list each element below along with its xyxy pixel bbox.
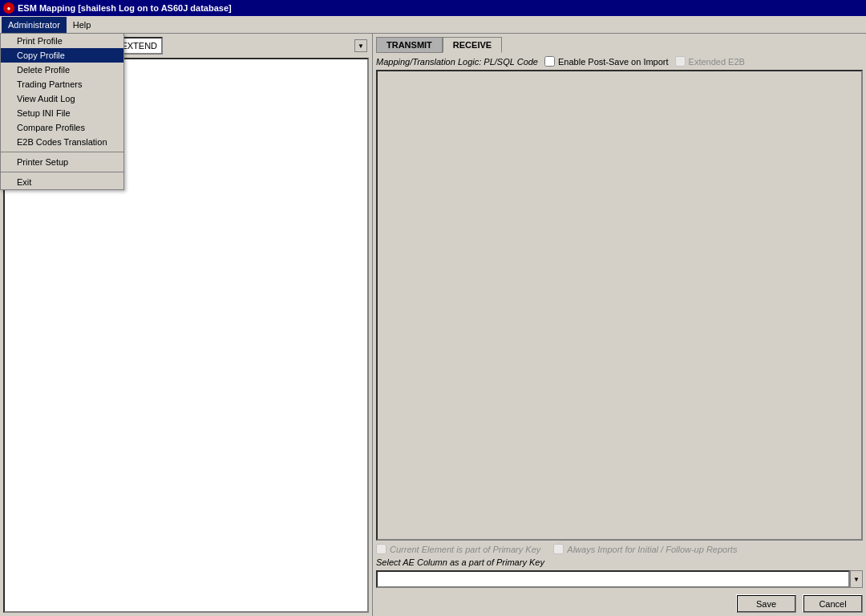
tab-transmit[interactable]: TRANSMIT <box>376 37 443 53</box>
menu-exit[interactable]: Exit <box>1 175 123 189</box>
current-element-pk-label: Current Element is part of Primary Key <box>390 545 540 554</box>
title-bar: ● ESM Mapping [shailesh Log on to AS60J … <box>0 0 866 16</box>
always-import-group: Always Import for Initial / Follow-up Re… <box>553 544 737 554</box>
bottom-checkboxes: Current Element is part of Primary Key A… <box>376 544 863 554</box>
main-area: SSAGE TEMPLATE - EMEA EXTEND ▼ AGEHEADER… <box>0 34 866 616</box>
profile-select-arrow: ▼ <box>354 39 367 52</box>
menu-print-profile[interactable]: Print Profile <box>1 34 123 48</box>
extended-e2b-checkbox[interactable] <box>675 56 686 67</box>
admin-dropdown: Print Profile Copy Profile Delete Profil… <box>0 34 124 190</box>
ae-column-label: Select AE Column as a part of Primary Ke… <box>376 557 544 567</box>
enable-post-save-label: Enable Post-Save on Import <box>558 57 669 67</box>
mapping-logic-row: Mapping/Translation Logic: PL/SQL Code E… <box>376 56 863 67</box>
extended-e2b-label: Extended E2B <box>689 57 745 67</box>
enable-post-save-checkbox[interactable] <box>544 56 555 67</box>
extended-e2b-group: Extended E2B <box>675 56 745 67</box>
current-element-pk-checkbox[interactable] <box>376 544 386 554</box>
mapping-logic-label: Mapping/Translation Logic: PL/SQL Code <box>376 57 538 67</box>
ae-column-dropdown-arrow[interactable]: ▼ <box>850 570 863 588</box>
always-import-label: Always Import for Initial / Follow-up Re… <box>567 545 737 554</box>
code-area <box>376 70 863 541</box>
menu-compare-profiles[interactable]: Compare Profiles <box>1 120 123 135</box>
app-icon: ● <box>3 2 14 14</box>
ae-column-row: Select AE Column as a part of Primary Ke… <box>376 557 863 567</box>
current-element-pk-group: Current Element is part of Primary Key <box>376 544 540 554</box>
separator-1 <box>1 152 123 152</box>
cancel-button[interactable]: Cancel <box>803 594 863 613</box>
menu-bar: Administrator Help Print Profile Copy Pr… <box>0 16 866 34</box>
separator-2 <box>1 172 123 172</box>
action-buttons: Save Cancel <box>376 594 863 613</box>
tab-receive[interactable]: RECEIVE <box>443 37 502 53</box>
ae-input-row: ▼ <box>376 570 863 588</box>
menu-copy-profile[interactable]: Copy Profile <box>1 48 123 63</box>
save-button[interactable]: Save <box>736 594 796 613</box>
right-panel: TRANSMIT RECEIVE Mapping/Translation Log… <box>373 34 866 616</box>
enable-post-save-group: Enable Post-Save on Import <box>544 56 669 67</box>
always-import-checkbox[interactable] <box>553 544 564 554</box>
window-title: ESM Mapping [shailesh Log on to AS60J da… <box>18 3 232 13</box>
code-scrollable[interactable] <box>378 71 861 539</box>
menu-e2b-codes[interactable]: E2B Codes Translation <box>1 135 123 149</box>
menu-view-audit-log[interactable]: View Audit Log <box>1 91 123 106</box>
menu-trading-partners[interactable]: Trading Partners <box>1 77 123 91</box>
menu-item-administrator[interactable]: Administrator <box>2 17 67 33</box>
bottom-area: Current Element is part of Primary Key A… <box>376 544 863 613</box>
ae-input-wrapper: ▼ <box>376 570 863 588</box>
menu-delete-profile[interactable]: Delete Profile <box>1 63 123 77</box>
menu-printer-setup[interactable]: Printer Setup <box>1 155 123 169</box>
menu-item-help[interactable]: Help <box>67 17 98 33</box>
ae-column-input[interactable] <box>376 570 850 588</box>
right-content: Mapping/Translation Logic: PL/SQL Code E… <box>376 56 863 613</box>
tabs-row: TRANSMIT RECEIVE <box>376 37 863 53</box>
menu-setup-ini-file[interactable]: Setup INI File <box>1 106 123 120</box>
